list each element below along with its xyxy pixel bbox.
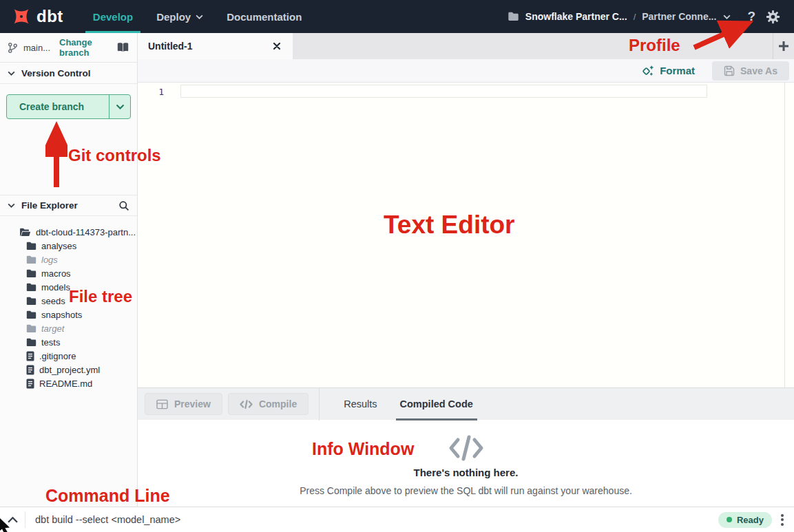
format-label: Format — [660, 65, 695, 76]
nav-deploy[interactable]: Deploy — [145, 0, 215, 33]
tree-item-label: macros — [41, 268, 71, 279]
tab-compiled-code[interactable]: Compiled Code — [396, 388, 477, 421]
tree-item-models[interactable]: models — [0, 280, 137, 294]
preview-label: Preview — [174, 398, 211, 409]
code-icon — [448, 434, 484, 462]
version-control-header[interactable]: Version Control — [0, 63, 137, 84]
tab-results[interactable]: Results — [339, 388, 381, 421]
nav-documentation[interactable]: Documentation — [215, 0, 313, 33]
folder-icon — [26, 255, 36, 264]
top-navbar: dbt Develop Deploy Documentation Snowfla… — [0, 0, 794, 33]
command-bar: Ready — [0, 507, 794, 532]
folder-icon — [508, 12, 519, 21]
compile-button[interactable]: Compile — [228, 393, 309, 415]
editor-area: Untitled-1 Format — [138, 33, 794, 507]
status-label: Ready — [737, 515, 764, 525]
folder-icon — [26, 324, 36, 333]
tree-item-seeds[interactable]: seeds — [0, 294, 137, 308]
file-explorer-header[interactable]: File Explorer — [0, 195, 137, 216]
tree-item-label: dbt_project.yml — [39, 365, 100, 375]
chevron-down-icon — [196, 14, 203, 19]
folder-icon — [26, 338, 36, 347]
empty-state-title: There's nothing here. — [414, 467, 519, 478]
breadcrumb-project[interactable]: Partner Conne... — [642, 11, 716, 22]
status-dot — [727, 517, 732, 522]
tree-item-dbt-cloud-114373-partn[interactable]: dbt-cloud-114373-partn... — [0, 225, 137, 239]
text-editor[interactable]: 1 — [138, 83, 794, 387]
table-icon — [156, 399, 168, 409]
version-control-title: Version Control — [21, 68, 91, 78]
gear-icon[interactable] — [766, 10, 780, 24]
tree-item-label: tests — [41, 337, 60, 348]
command-bar-separator — [25, 511, 25, 528]
dbt-logo[interactable]: dbt — [0, 6, 81, 27]
line-number: 1 — [138, 85, 164, 98]
create-branch-menu-chevron[interactable] — [109, 95, 130, 118]
tree-item-readme-md[interactable]: README.md — [0, 376, 137, 390]
tree-item-label: logs — [41, 255, 58, 265]
empty-state: There's nothing here. Press Compile abov… — [138, 420, 794, 496]
file-tree: dbt-cloud-114373-partn...analyseslogsmac… — [0, 225, 137, 390]
folder-icon — [19, 228, 31, 237]
tab-bar: Untitled-1 — [138, 33, 794, 59]
empty-state-subtitle: Press Compile above to preview the SQL d… — [300, 485, 632, 496]
tree-item-label: seeds — [41, 296, 65, 306]
nav-develop[interactable]: Develop — [81, 0, 145, 33]
file-icon — [26, 379, 34, 389]
tree-item-label: models — [41, 282, 70, 292]
chevron-down-icon[interactable] — [723, 14, 731, 19]
folder-icon — [26, 310, 36, 319]
breadcrumb-account[interactable]: Snowflake Partner C... — [525, 11, 627, 22]
tab-untitled-1[interactable]: Untitled-1 — [138, 33, 293, 59]
close-icon[interactable] — [271, 41, 282, 52]
branch-row: main... Change branch — [0, 33, 137, 63]
nav-develop-label: Develop — [93, 11, 133, 23]
command-input[interactable] — [35, 514, 462, 525]
breadcrumb-separator: / — [634, 12, 636, 22]
tree-item-logs[interactable]: logs — [0, 253, 137, 266]
tab-results-label: Results — [344, 398, 377, 409]
folder-icon — [26, 269, 36, 278]
help-icon[interactable]: ? — [747, 9, 755, 24]
nav-documentation-label: Documentation — [227, 11, 302, 23]
file-explorer-title: File Explorer — [21, 200, 78, 211]
info-window-header: Preview Compile Results Compiled Code — [138, 387, 794, 420]
tree-item-macros[interactable]: macros — [0, 266, 137, 280]
tree-item-label: .gitignore — [39, 351, 76, 361]
file-icon — [26, 351, 34, 361]
tab-title: Untitled-1 — [148, 41, 193, 52]
active-line-highlight[interactable] — [180, 85, 707, 98]
preview-button[interactable]: Preview — [145, 393, 222, 415]
change-branch-link[interactable]: Change branch — [59, 37, 116, 58]
folder-icon — [26, 242, 36, 251]
branch-name: main... — [23, 43, 50, 53]
tree-item-gitignore[interactable]: .gitignore — [0, 349, 137, 363]
editor-ruler — [784, 83, 785, 387]
git-branch-icon — [8, 42, 18, 54]
kebab-menu-icon[interactable] — [781, 514, 784, 526]
nav-deploy-label: Deploy — [156, 11, 191, 23]
editor-toolbar: Format Save As — [138, 59, 794, 83]
tree-item-label: snapshots — [41, 310, 82, 320]
tree-item-snapshots[interactable]: snapshots — [0, 308, 137, 321]
file-icon — [26, 365, 34, 375]
search-icon[interactable] — [118, 200, 129, 211]
save-as-button[interactable]: Save As — [712, 61, 789, 81]
format-sparkle-icon — [642, 65, 654, 77]
book-icon[interactable] — [116, 42, 129, 53]
tree-item-label: analyses — [41, 241, 76, 251]
format-button[interactable]: Format — [642, 65, 695, 77]
new-tab-button[interactable] — [773, 33, 794, 59]
tree-item-tests[interactable]: tests — [0, 335, 137, 349]
tree-item-label: target — [41, 323, 64, 334]
info-window: Preview Compile Results Compiled Code Th… — [138, 387, 794, 507]
save-as-label: Save As — [740, 65, 777, 76]
tree-item-analyses[interactable]: analyses — [0, 239, 137, 253]
create-branch-button[interactable]: Create branch — [6, 94, 131, 119]
chevron-up-icon[interactable] — [0, 507, 25, 532]
logo-text: dbt — [36, 7, 63, 26]
tree-item-target[interactable]: target — [0, 321, 137, 335]
sidebar: main... Change branch Version Control Cr… — [0, 33, 138, 507]
tree-item-dbt-project-yml[interactable]: dbt_project.yml — [0, 363, 137, 376]
code-icon — [240, 399, 253, 409]
